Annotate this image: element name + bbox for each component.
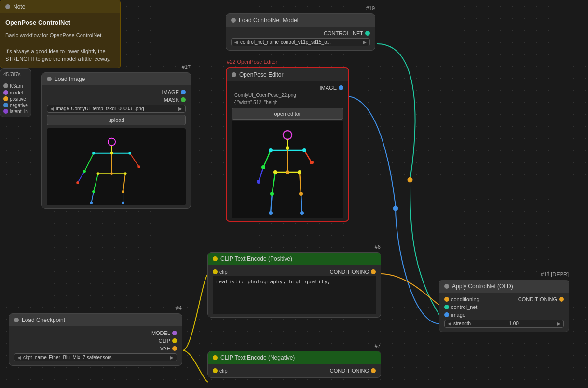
svg-line-11: [91, 192, 94, 203]
open-editor-button[interactable]: open editor: [232, 108, 343, 120]
svg-point-21: [124, 172, 127, 175]
controlnet-header: Load ControlNet Model: [226, 14, 375, 27]
svg-point-2: [108, 138, 115, 146]
svg-line-7: [130, 153, 139, 167]
svg-point-23: [90, 201, 93, 204]
conditioning-in-label: conditioning: [451, 296, 479, 302]
svg-point-47: [273, 170, 277, 174]
openpose-port-row: IMAGE: [232, 84, 343, 92]
svg-point-43: [261, 165, 265, 169]
svg-point-41: [269, 148, 273, 152]
note-text: Basic workflow for OpenPose ControlNet. …: [5, 31, 115, 63]
load-image-preview: [47, 128, 186, 205]
controlnet-node: #19 Load ControlNet Model CONTROL_NET ◀ …: [226, 13, 375, 51]
openpose-port-right: IMAGE: [320, 85, 343, 91]
port-vae-row: VAE: [14, 345, 177, 352]
port-image-left-cn: image: [444, 312, 465, 318]
ckpt-value: Ether_Blu_Mix_7 safetensors: [49, 355, 168, 360]
note-body: OpenPose ControlNet Basic workflow for O…: [0, 13, 120, 68]
image-select-row[interactable]: ◀ image ComfyUI_temp_fskdi_00003_.png ▶: [47, 105, 186, 113]
clip-pos-body: clip CONDITIONING: [208, 265, 381, 317]
clip-neg-title: CLIP Text Encode (Negative): [220, 354, 295, 361]
apply-cn-header: Apply ControlNet (OLD): [439, 280, 569, 293]
svg-line-5: [84, 153, 94, 172]
ksampler-title-label: KSam: [10, 83, 23, 89]
ksampler-latent-dot: [3, 109, 8, 114]
cn-in-dot: [444, 305, 449, 309]
checkpoint-title: Load Checkpoint: [22, 317, 65, 323]
control-net-in-label: control_net: [451, 304, 477, 310]
clip-neg-body: clip CONDITIONING: [208, 364, 381, 377]
skeleton-svg: [47, 128, 186, 205]
controlnet-title: Load ControlNet Model: [239, 17, 298, 24]
clip-negative-node: #7 CLIP Text Encode (Negative) clip COND…: [207, 351, 381, 378]
port-controlnet-right: CONTROL_NET: [324, 30, 370, 36]
svg-line-10: [94, 174, 98, 192]
ksampler-negative-row: negative: [3, 102, 28, 108]
port-clip-row: CLIP: [14, 337, 177, 345]
svg-point-51: [299, 192, 303, 196]
svg-point-50: [269, 211, 273, 215]
ksampler-positive-label: positive: [10, 96, 26, 102]
svg-point-16: [128, 152, 131, 155]
conditioning-neg-out-dot: [371, 368, 376, 373]
clip-neg-status-dot: [213, 355, 218, 360]
ksampler-latent-label: latent_in: [10, 109, 28, 114]
image-select-label: image: [56, 106, 69, 111]
conditioning-neg-out-label: CONDITIONING: [330, 368, 369, 374]
clip-in-label: clip: [219, 269, 228, 275]
port-control-net-row: control_net: [444, 303, 564, 311]
ckpt-label: ckpt_name: [23, 355, 47, 360]
conditioning-out-label: CONDITIONING: [330, 269, 369, 275]
port-conditioning-row: conditioning CONDITIONING: [444, 295, 564, 303]
port-image-row: IMAGE: [47, 88, 186, 96]
ksampler-model-label: model: [10, 90, 23, 95]
note-node: Note OpenPose ControlNet Basic workflow …: [0, 0, 121, 68]
control-net-output-label: CONTROL_NET: [324, 30, 363, 36]
note-header: Note: [0, 0, 120, 13]
port-conditioning-left: conditioning: [444, 296, 479, 302]
clip-pos-port-row: clip CONDITIONING: [213, 268, 376, 276]
ksampler-positive-dot: [3, 96, 8, 101]
svg-point-22: [92, 190, 95, 193]
model-out-label: MODEL: [151, 330, 170, 336]
clip-positive-node: #6 CLIP Text Encode (Positive) clip COND…: [207, 252, 381, 318]
node-status-dot: [47, 77, 52, 81]
svg-point-15: [92, 152, 95, 155]
port-mask-row: MASK: [47, 96, 186, 104]
svg-point-42: [302, 148, 306, 152]
controlnet-select-row[interactable]: ◀ control_net_name control_v11p_sd15_o..…: [231, 38, 370, 46]
mask-port-dot: [181, 97, 186, 102]
clip-neg-header: CLIP Text Encode (Negative): [208, 351, 381, 364]
openpose-output-label: IMAGE: [320, 85, 337, 91]
controlnet-param-label: control_net_name: [240, 40, 279, 45]
clip-neg-in-dot: [213, 368, 218, 373]
load-image-body: IMAGE MASK ◀ image ComfyUI_temp_fskdi_00…: [42, 85, 191, 208]
image-in-dot-cn: [444, 312, 449, 317]
svg-point-0: [408, 177, 412, 182]
svg-point-49: [270, 192, 274, 196]
checkpoint-select-row[interactable]: ◀ ckpt_name Ether_Blu_Mix_7 safetensors …: [14, 353, 177, 361]
port-model-right: MODEL: [151, 330, 177, 336]
clip-pos-text[interactable]: [213, 276, 376, 314]
strength-label: strength: [453, 321, 471, 326]
port-model-row: MODEL: [14, 329, 177, 337]
svg-point-25: [122, 201, 124, 204]
clip-pos-port-right: CONDITIONING: [330, 269, 376, 275]
svg-line-6: [78, 171, 84, 183]
svg-point-1: [393, 206, 398, 211]
svg-point-17: [83, 170, 86, 173]
node-id-4: #4: [176, 305, 182, 311]
image-output-label: IMAGE: [162, 89, 179, 95]
vae-out-dot: [172, 346, 177, 351]
ksampler-model-row: model: [3, 90, 28, 96]
upload-button[interactable]: upload: [47, 115, 186, 125]
ksampler-title-partial: KSam: [3, 82, 28, 90]
controlnet-status-dot: [231, 18, 236, 23]
clip-neg-in-label: clip: [219, 368, 228, 374]
clip-neg-port-left: clip: [213, 368, 228, 374]
strength-row[interactable]: ◀ strength 1.00 ▶: [444, 320, 564, 328]
svg-point-45: [310, 161, 314, 164]
ksampler-node: 45.787s KSam model positive negative lat…: [0, 68, 31, 117]
control-net-port-dot: [365, 31, 370, 36]
